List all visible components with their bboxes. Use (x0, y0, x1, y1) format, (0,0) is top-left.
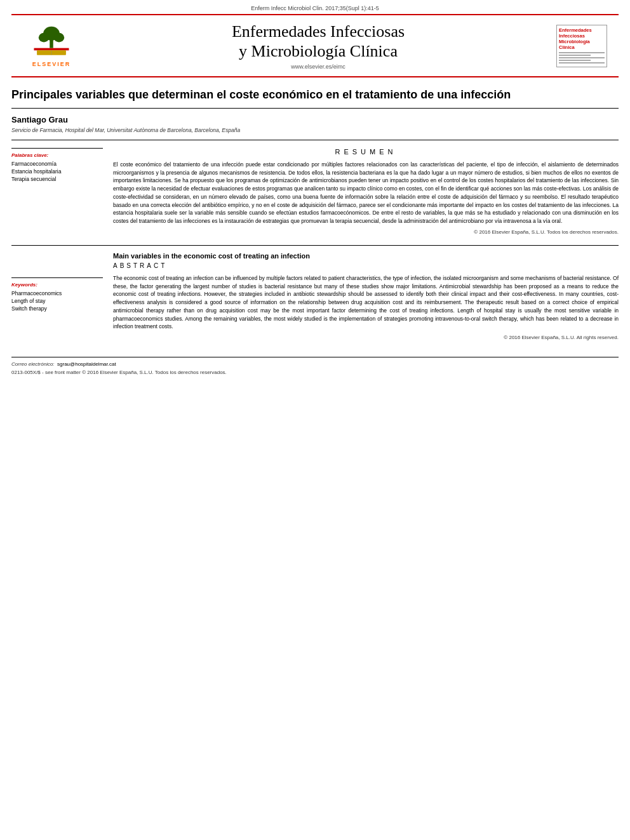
abstract-copyright: © 2016 Elsevier España, S.L.U. All right… (113, 335, 619, 340)
journal-url: www.elsevier.es/eimc (80, 63, 556, 70)
svg-point-4 (54, 33, 65, 43)
left-column-resumen: Palabras clave: Farmacoeconomía Estancia… (11, 148, 113, 239)
resumen-header: RESUMEN (113, 148, 619, 156)
keyword-length-of-stay: Length of stay (11, 298, 103, 304)
keyword-estancia: Estancia hospitalaria (11, 168, 103, 175)
footer: Correo electrónico: sgrau@hospitaldelmar… (11, 357, 619, 375)
resumen-copyright: © 2016 Elsevier España, S.L.U. Todos los… (113, 229, 619, 235)
keyword-farmacoeconomia: Farmacoeconomía (11, 161, 103, 167)
keyword-pharmacoeconomics: Pharmacoeconomics (11, 290, 103, 297)
journal-thumbnail: Enfermedades Infecciosas Microbiología C… (556, 25, 607, 67)
footer-issn: 0213-005X/$ - see front matter © 2016 El… (11, 370, 619, 375)
footer-email: Correo electrónico: sgrau@hospitaldelmar… (11, 361, 619, 367)
section-divider-after-author (11, 140, 619, 140)
thumb-line-3 (559, 57, 605, 58)
resumen-body: El coste económico del tratamiento de un… (113, 161, 619, 225)
author-affiliation: Servicio de Farmacia, Hospital del Mar, … (11, 127, 619, 133)
abstract-content-area: Keywords: Pharmacoeconomics Length of st… (11, 252, 619, 344)
svg-point-3 (39, 33, 50, 43)
journal-header: ELSEVIER Enfermedades Infecciosas y Micr… (11, 14, 619, 77)
palabras-clave-label: Palabras clave: (11, 152, 103, 158)
english-title: Main variables in the economic cost of t… (113, 252, 619, 260)
thumb-title: Enfermedades Infecciosas Microbiología C… (559, 27, 605, 50)
elsevier-logo: ELSEVIER (23, 25, 80, 67)
thumb-line-4 (559, 60, 591, 61)
page: Enferm Infecc Microbiol Clin. 2017;35(Su… (0, 0, 630, 840)
article-title: Principales variables que determinan el … (11, 88, 619, 108)
keyword-terapia: Terapia secuencial (11, 176, 103, 182)
article-section: Principales variables que determinan el … (11, 88, 619, 140)
svg-rect-0 (34, 48, 69, 50)
thumb-line-5 (559, 62, 605, 63)
journal-title-center: Enfermedades Infecciosas y Microbiología… (80, 22, 556, 70)
left-divider-top (11, 148, 103, 149)
left-divider-abstract (11, 277, 103, 278)
email-label: Correo electrónico: (11, 361, 55, 367)
email-link[interactable]: sgrau@hospitaldelmar.cat (57, 361, 116, 367)
journal-title: Enfermedades Infecciosas y Microbiología… (80, 22, 556, 61)
resumen-content-area: Palabras clave: Farmacoeconomía Estancia… (11, 148, 619, 239)
right-column-abstract: Main variables in the economic cost of t… (113, 252, 619, 344)
thumb-content-lines (559, 52, 605, 63)
elsevier-text: ELSEVIER (32, 61, 71, 67)
elsevier-tree-icon (29, 25, 74, 60)
citation-line: Enferm Infecc Microbiol Clin. 2017;35(Su… (0, 0, 630, 14)
abstract-header: ABSTRACT (113, 262, 619, 269)
abstract-body: The economic cost of treating an infecti… (113, 274, 619, 331)
left-column-abstract: Keywords: Pharmacoeconomics Length of st… (11, 252, 113, 344)
thumb-line-1 (559, 52, 605, 53)
section-divider-mid (11, 245, 619, 246)
right-column-resumen: RESUMEN El coste económico del tratamien… (113, 148, 619, 239)
keywords-label-en: Keywords: (11, 282, 103, 288)
author-name: Santiago Grau (11, 115, 619, 124)
keyword-switch-therapy: Switch therapy (11, 305, 103, 312)
thumb-line-2 (559, 55, 591, 56)
